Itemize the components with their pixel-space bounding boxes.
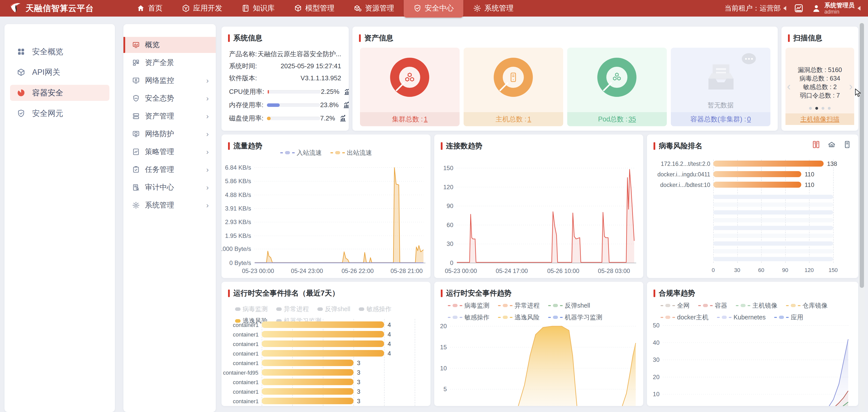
bar-value: 3 [357, 359, 360, 366]
asset-tile-主机总数: 主机总数 : 1 [464, 48, 563, 126]
field-label: 产品名称: [229, 50, 257, 58]
brand-title: 天融信智算云平台 [26, 3, 94, 14]
carousel-dot[interactable] [815, 107, 818, 110]
nav-item-应用开发[interactable]: 应用开发 [172, 0, 232, 17]
host-image-scan-link[interactable]: 主机镜像扫描 [800, 115, 839, 124]
asset-tile-value-link[interactable]: 1 [424, 115, 428, 123]
submenu-item-网络防护[interactable]: 网络防护› [123, 126, 216, 142]
x-tick-label: 05-28 21:00 [391, 267, 423, 274]
y-tick-label: 5 [443, 386, 447, 392]
usage-value: 23.8% [320, 101, 339, 109]
bar [262, 379, 353, 385]
stat-chart-icon[interactable] [343, 88, 349, 96]
stat-chart-icon[interactable] [339, 115, 347, 122]
legend-item-反弹shell[interactable]: 反弹shell [548, 301, 590, 310]
legend-marker-icon [665, 316, 670, 319]
title-bar-icon [359, 34, 361, 42]
book-icon [241, 4, 250, 12]
legend-item-异常进程[interactable]: 异常进程 [276, 305, 309, 313]
tenant-label: 当前租户：运营部 [724, 3, 781, 13]
legend-item-主机镜像[interactable]: 主机镜像 [736, 301, 777, 310]
field-value: 2025-05-29 15:27:41 [281, 62, 341, 70]
sidebar-item-容器安全[interactable]: 容器安全 [10, 85, 110, 101]
legend-item-全网[interactable]: 全网 [660, 301, 690, 310]
submenu-item-资产管理[interactable]: 资产管理› [123, 108, 216, 124]
bar [262, 331, 384, 337]
asset-tile-footer: 主机总数 : 1 [464, 112, 563, 126]
nav-item-知识库[interactable]: 知识库 [232, 0, 284, 17]
sidebar-item-API网关[interactable]: API网关 [10, 64, 110, 80]
legend-item-病毒监测[interactable]: 病毒监测 [448, 301, 490, 310]
asset-tile-value-link[interactable]: 0 [747, 115, 751, 123]
bar [262, 369, 353, 376]
bar-value: 3 [357, 388, 360, 395]
nav-item-安全中心[interactable]: 安全中心 [404, 0, 463, 18]
sidebar-item-安全网元[interactable]: 安全网元 [10, 106, 110, 121]
submenu-item-网络监控[interactable]: 网络监控› [123, 72, 216, 89]
registry-image-icon[interactable] [827, 140, 836, 149]
legend-marker-icon [672, 317, 675, 318]
legend-item-病毒监测[interactable]: 病毒监测 [235, 305, 268, 313]
series-line-Kubernetes [663, 339, 848, 406]
nav-item-系统管理[interactable]: 系统管理 [463, 0, 523, 17]
scan-stat: 漏洞总数 : 5160 [793, 66, 847, 74]
usage-value: 2.25% [321, 88, 339, 96]
submenu-item-任务管理[interactable]: 任务管理› [123, 161, 216, 178]
host-view-icon[interactable] [843, 140, 852, 149]
carousel-dot[interactable] [828, 107, 831, 110]
legend-item-反弹shell[interactable]: 反弹shell [317, 305, 350, 313]
legend-label: 异常进程 [515, 301, 539, 310]
tenant-switcher[interactable]: 当前租户：运营部 [724, 3, 786, 13]
nav-item-首页[interactable]: 首页 [127, 0, 172, 17]
legend-item-仓库镜像[interactable]: 仓库镜像 [786, 301, 828, 310]
legend-item-出站流速[interactable]: 出站流速 [331, 149, 372, 157]
policy-icon [132, 148, 140, 156]
chart-legend: 病毒监测异常进程反弹shell敏感操作逃逸风险机器学习监测 [448, 301, 603, 321]
nav-item-资源管理[interactable]: 资源管理 [344, 0, 404, 17]
chevron-right-icon: › [206, 148, 209, 155]
submenu-item-安全态势[interactable]: 安全态势› [123, 90, 216, 107]
chevron-right-icon: › [206, 95, 209, 102]
carousel-dot[interactable] [822, 107, 824, 110]
shield-icon [413, 4, 422, 12]
card-title-text: 连接数趋势 [446, 141, 483, 151]
title-bar-icon [228, 34, 230, 42]
submenu-item-资产全景[interactable]: 资产全景 [123, 55, 216, 71]
legend-item-异常进程[interactable]: 异常进程 [498, 301, 539, 310]
nav-item-label: 知识库 [253, 3, 275, 13]
legend-item-敏感操作[interactable]: 敏感操作 [359, 305, 391, 313]
carousel-next-icon[interactable]: › [849, 81, 853, 92]
legend-item-入站流速[interactable]: 入站流速 [280, 149, 322, 157]
asset-tile-value-link[interactable]: 35 [628, 115, 636, 123]
carousel-dots [785, 107, 854, 110]
carousel-dot[interactable] [809, 107, 812, 110]
chart-plot: 1020304050 [647, 319, 858, 406]
submenu-item-系统管理[interactable]: 系统管理› [123, 197, 216, 213]
monitor-chart-icon[interactable] [794, 3, 804, 13]
nav-item-模型管理[interactable]: 模型管理 [284, 0, 344, 17]
legend-item-容器[interactable]: 容器 [698, 301, 727, 310]
legend-marker-icon [774, 317, 777, 318]
bar-label: container1 [223, 360, 259, 366]
scrollbar-thumb[interactable] [860, 23, 864, 288]
container-view-icon[interactable] [811, 140, 820, 149]
submenu-item-概览[interactable]: 概览 [123, 37, 216, 53]
submenu-item-审计中心[interactable]: 审计中心› [123, 179, 216, 196]
legend-label: 仓库镜像 [803, 301, 828, 310]
legend-marker-icon [698, 305, 701, 306]
asset-tile-value-link[interactable]: 1 [527, 115, 531, 123]
stat-chart-icon[interactable] [343, 101, 349, 109]
x-tick-label: 05-26 22:00 [341, 267, 374, 274]
submenu-item-策略管理[interactable]: 策略管理› [123, 144, 216, 160]
empty-row-stripe [713, 257, 833, 261]
gridline [384, 319, 384, 406]
y-tick-label: 1000 Byte/s [221, 245, 251, 252]
legend-label: 主机镜像 [752, 301, 777, 310]
y-tick-label: 10 [653, 391, 659, 398]
sidebar-item-安全概览[interactable]: 安全概览 [10, 43, 110, 60]
user-menu[interactable]: 系统管理员 admin [811, 2, 861, 15]
legend-marker-icon [276, 307, 282, 311]
empty-row-stripe [713, 195, 833, 199]
carousel-prev-icon[interactable]: ‹ [787, 81, 791, 92]
nav-item-label: 系统管理 [485, 3, 514, 13]
